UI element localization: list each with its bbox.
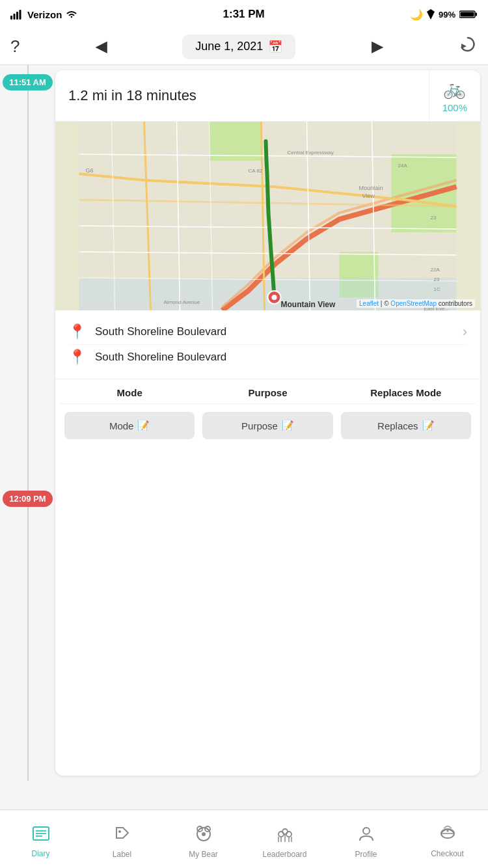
replaces-cell: Replaces 📝 [337, 409, 475, 442]
map-attribution: Leaflet | © OpenStreetMap contributors [357, 299, 475, 308]
help-button[interactable]: ? [10, 36, 20, 57]
next-date-button[interactable]: ▶ [372, 38, 383, 55]
replaces-button[interactable]: Replaces 📝 [341, 412, 471, 439]
map-svg: Mountain View G6 CA 82 Central Expresswa… [55, 122, 480, 310]
svg-point-33 [118, 830, 121, 833]
top-nav: ? ◀ June 1, 2021 📅 ▶ [0, 29, 488, 65]
mode-button[interactable]: Mode 📝 [64, 412, 195, 439]
mode-cell: Mode 📝 [61, 409, 198, 442]
map-container[interactable]: Mountain View G6 CA 82 Central Expresswa… [55, 122, 480, 310]
mode-label: Mode [109, 420, 134, 431]
leaderboard-icon [276, 825, 294, 847]
svg-text:24A: 24A [398, 163, 408, 169]
svg-rect-6 [460, 12, 474, 17]
date-label: June 1, 2021 [195, 40, 263, 53]
svg-point-40 [282, 829, 288, 834]
tab-mybear[interactable]: My Bear [163, 810, 244, 868]
battery-icon [459, 10, 478, 19]
mode-header: Mode [61, 387, 198, 398]
svg-text:Central Expressway: Central Expressway [288, 150, 334, 156]
content-area: 11:51 AM 12:09 PM 1.2 mi in 18 minutes 🚲… [0, 65, 488, 781]
svg-point-49 [446, 830, 448, 832]
wifi-icon [66, 10, 77, 19]
replaces-header: Replaces Mode [337, 387, 475, 398]
checkout-tab-label: Checkout [431, 849, 464, 858]
diary-icon [32, 826, 50, 846]
tab-leaderboard[interactable]: Leaderboard [244, 810, 325, 868]
label-icon [114, 825, 131, 847]
purpose-label: Purpose [241, 420, 278, 431]
time-badge-start: 11:51 AM [3, 74, 53, 90]
route-info: 📍 South Shoreline Boulevard › 📍 South Sh… [55, 310, 480, 379]
svg-text:CA 82: CA 82 [249, 168, 263, 174]
svg-marker-7 [461, 44, 467, 49]
checkout-icon [439, 826, 457, 846]
location-icon [427, 9, 435, 20]
svg-point-37 [202, 832, 206, 836]
date-selector[interactable]: June 1, 2021 📅 [182, 34, 295, 59]
status-left: Verizon [10, 9, 77, 20]
mybear-icon [195, 825, 213, 847]
svg-text:23: 23 [431, 215, 437, 221]
tab-checkout[interactable]: Checkout [407, 810, 488, 868]
carrier-label: Verizon [27, 9, 62, 20]
svg-text:View: View [362, 193, 375, 199]
svg-text:1C: 1C [434, 286, 441, 292]
trip-card: 1.2 mi in 18 minutes 🚲 100% [55, 70, 480, 776]
details-header: Mode Purpose Replaces Mode [61, 387, 475, 404]
tab-label[interactable]: Label [81, 810, 163, 868]
replaces-label: Replaces [377, 420, 418, 431]
svg-text:G6: G6 [86, 167, 94, 174]
svg-rect-1 [14, 14, 16, 20]
signal-icon [10, 9, 23, 20]
osm-link[interactable]: OpenStreetMap [390, 300, 437, 307]
status-right: 🌙 99% [410, 8, 478, 21]
calendar-icon: 📅 [268, 40, 282, 54]
purpose-button[interactable]: Purpose 📝 [202, 412, 332, 439]
svg-text:Almond Avenue: Almond Avenue [164, 299, 200, 305]
svg-rect-0 [10, 16, 12, 20]
mybear-tab-label: My Bear [189, 850, 218, 859]
svg-point-14 [272, 295, 277, 300]
svg-point-46 [363, 828, 370, 834]
diary-label: Diary [31, 849, 49, 858]
svg-rect-9 [210, 122, 262, 161]
refresh-button[interactable] [458, 34, 478, 59]
tab-profile[interactable]: Profile [325, 810, 407, 868]
start-route-row[interactable]: 📍 South Shoreline Boulevard › [68, 319, 467, 344]
end-location: South Shoreline Boulevard [95, 351, 467, 364]
leaflet-link[interactable]: Leaflet [359, 300, 379, 307]
start-pin-icon: 📍 [68, 323, 86, 340]
svg-text:Mountain View: Mountain View [281, 300, 336, 309]
svg-rect-2 [16, 12, 18, 20]
timeline-line [27, 65, 29, 781]
leaderboard-tab-label: Leaderboard [262, 850, 306, 859]
end-route-row[interactable]: 📍 South Shoreline Boulevard [68, 344, 467, 370]
end-pin-icon: 📍 [68, 349, 86, 366]
bike-icon: 🚲 [443, 78, 466, 100]
label-tab-label: Label [113, 850, 131, 859]
status-bar: Verizon 1:31 PM 🌙 99% [0, 0, 488, 29]
svg-text:Mountain: Mountain [359, 185, 383, 191]
battery-label: 99% [439, 10, 455, 20]
purpose-emoji: 📝 [282, 420, 294, 431]
svg-rect-5 [475, 13, 477, 16]
trip-header: 1.2 mi in 18 minutes 🚲 100% [55, 70, 480, 122]
purpose-cell: Purpose 📝 [198, 409, 336, 442]
replaces-emoji: 📝 [422, 420, 435, 431]
tab-bar: Diary Label My Bear [0, 809, 488, 868]
moon-icon: 🌙 [410, 8, 423, 21]
bike-info: 🚲 100% [429, 70, 480, 121]
status-time: 1:31 PM [223, 8, 265, 21]
time-badge-end: 12:09 PM [3, 491, 52, 507]
profile-icon [358, 825, 375, 847]
timeline-column: 11:51 AM 12:09 PM [0, 65, 55, 781]
bike-percent: 100% [442, 102, 467, 113]
trip-details: Mode Purpose Replaces Mode Mode 📝 Purpos… [55, 379, 480, 450]
tab-diary[interactable]: Diary [0, 810, 81, 868]
profile-tab-label: Profile [355, 850, 377, 859]
trip-distance: 1.2 mi in 18 minutes [55, 70, 429, 121]
prev-date-button[interactable]: ◀ [96, 38, 107, 55]
start-location: South Shoreline Boulevard [95, 325, 454, 338]
svg-text:22A: 22A [431, 267, 441, 273]
